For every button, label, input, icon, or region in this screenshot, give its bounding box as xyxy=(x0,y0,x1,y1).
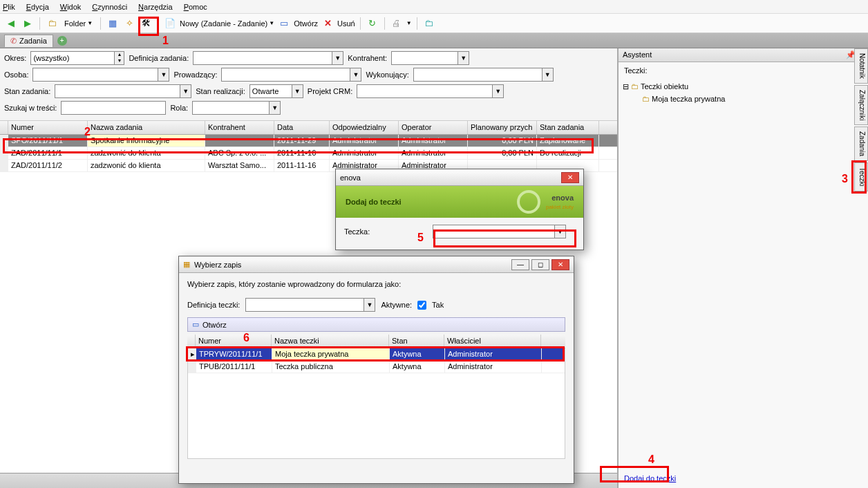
dlg-pick-max[interactable]: ◻ xyxy=(531,259,549,270)
osoba-input[interactable]: ▼ xyxy=(32,68,169,82)
label-szukaj: Szukaj w treści: xyxy=(4,104,57,112)
open-icon[interactable]: ▭ xyxy=(192,320,199,329)
dlg-pick-close[interactable]: ✕ xyxy=(551,259,569,270)
col-numer[interactable]: Numer xyxy=(8,121,88,134)
stanz-input[interactable]: ▼ xyxy=(55,84,191,98)
folder2-icon[interactable]: 🗀 xyxy=(422,17,436,30)
print-icon[interactable]: 🖨 xyxy=(390,17,404,30)
label-wyk: Wykonujący: xyxy=(366,71,408,79)
col-nazwa[interactable]: Nazwa zadania xyxy=(88,121,205,134)
stanr-input[interactable]: ▼ xyxy=(249,84,303,98)
teczka-label: Teczka: xyxy=(344,227,427,236)
add-tab-icon[interactable]: + xyxy=(57,36,67,46)
teczki-label: Teczki: xyxy=(619,62,868,76)
defz-input[interactable]: ▼ xyxy=(193,51,343,65)
folder-icon: 🗀 xyxy=(631,80,639,93)
menu-edycja[interactable]: Edycja xyxy=(26,3,49,11)
col-odp[interactable]: Odpowiedzialny xyxy=(330,121,399,134)
forward-icon[interactable]: ▶ xyxy=(21,17,35,30)
label-okres: Okres: xyxy=(4,54,26,62)
label-prow: Prowadzący: xyxy=(173,71,217,79)
toolbar: ◀ ▶ 🗀 Folder▼ ▦ ✧ 🛠 📄 Nowy (Zadanie - Za… xyxy=(0,14,868,33)
asystent-title: Asystent xyxy=(623,50,652,59)
col-op[interactable]: Operator xyxy=(399,121,468,134)
label-rola: Rola: xyxy=(170,104,188,112)
rola-input[interactable]: ▼ xyxy=(192,101,281,115)
refresh-icon[interactable]: ↻ xyxy=(366,17,379,30)
folder-button[interactable]: Folder▼ xyxy=(62,19,95,28)
col-data[interactable]: Data xyxy=(274,121,330,134)
dlg-pick-title: Wybierz zapis xyxy=(194,261,241,269)
def-teczki-input[interactable]: ▼ xyxy=(245,298,375,312)
dlg-pick-otworz[interactable]: Otwórz xyxy=(202,321,227,329)
col-plan[interactable]: Planowany przych xyxy=(468,121,537,134)
aktywne-text: Tak xyxy=(432,301,444,309)
tree-child[interactable]: 🗀 Moja teczka prywatna xyxy=(642,93,864,105)
filters-panel: Okres: ▲▼ Definicja zadania: ▼ Kontrahen… xyxy=(0,48,617,121)
dialog-dodaj: enova ✕ Dodaj do teczki enovapakiet złot… xyxy=(335,169,584,250)
back-icon[interactable]: ◀ xyxy=(4,17,18,30)
okres-input[interactable]: ▲▼ xyxy=(30,51,124,65)
teczki-tree: ⊟ 🗀 Teczki obiektu 🗀 Moja teczka prywatn… xyxy=(619,76,868,469)
tools-icon[interactable]: 🛠 xyxy=(139,17,153,30)
play-icon xyxy=(517,190,540,214)
label-stanz: Stan zadania: xyxy=(4,87,50,95)
col-stan[interactable]: Stan zadania xyxy=(537,121,599,134)
delete-icon[interactable]: ✕ xyxy=(321,17,334,30)
open-icon[interactable]: ▭ xyxy=(277,17,291,30)
grid-header: Numer Nazwa zadania Kontrahent Data Odpo… xyxy=(0,121,617,135)
col-kontr[interactable]: Kontrahent xyxy=(205,121,274,134)
collapse-icon[interactable]: ⊟ xyxy=(623,80,629,93)
dialog-wybierz: ▦ Wybierz zapis — ◻ ✕ Wybierz zapis, któ… xyxy=(178,256,574,484)
folder-icon: 🗀 xyxy=(642,93,650,105)
side-tab-zalaczniki[interactable]: Załączniki xyxy=(854,85,868,125)
folder-open-icon[interactable]: 🗀 xyxy=(45,17,59,30)
dlg-pick-instr: Wybierz zapis, który zostanie wprowadzon… xyxy=(187,280,565,288)
pcol-nazwa[interactable]: Nazwa teczki xyxy=(272,335,389,348)
menu-plik[interactable]: Plik xyxy=(3,3,15,11)
kontr-input[interactable]: ▼ xyxy=(391,51,469,65)
table-row[interactable]: TPUB/2011/11/1 Teczka publiczna AktywnaA… xyxy=(188,361,565,373)
menu-czynnosci[interactable]: Czynności xyxy=(92,3,127,11)
asystent-panel: Asystent 📌 ✕ Teczki: ⊟ 🗀 Teczki obiektu … xyxy=(618,48,868,488)
def-teczki-label: Definicja teczki: xyxy=(187,301,240,309)
dodaj-do-teczki-link[interactable]: Dodaj do teczki xyxy=(624,474,676,482)
open-button[interactable]: Otwórz xyxy=(294,19,318,28)
aktywne-checkbox[interactable] xyxy=(417,301,426,310)
proj-input[interactable]: ▼ xyxy=(357,84,504,98)
new-icon[interactable]: 📄 xyxy=(163,17,177,30)
dlg-add-close[interactable]: ✕ xyxy=(561,172,579,183)
side-tab-notatnik[interactable]: Notatnik xyxy=(854,48,868,84)
new-button[interactable]: Nowy (Zadanie - Zadanie)▼ xyxy=(180,19,274,28)
label-stanr: Stan realizacji: xyxy=(196,87,245,95)
side-tab-teczki[interactable]: Teczki xyxy=(854,162,868,191)
menu-narzedzia[interactable]: Narzędzia xyxy=(138,3,173,11)
side-tab-zadania[interactable]: Zadania xyxy=(854,126,868,161)
teczka-input[interactable]: ▼ xyxy=(433,225,566,238)
panel-icon[interactable]: ▦ xyxy=(106,17,120,30)
table-row[interactable]: ▸ TPRYW/2011/11/1 Moja teczka prywatna A… xyxy=(188,348,565,361)
tab-zadania[interactable]: ✆ Zadania xyxy=(4,35,53,47)
table-row[interactable]: ZAD/2011/11/1zadzwonić do klientaABC Sp.… xyxy=(0,147,617,160)
dlg-add-caption: Dodaj do teczki xyxy=(346,198,402,206)
menu-widok[interactable]: Widok xyxy=(60,3,82,11)
label-proj: Projekt CRM: xyxy=(308,87,352,95)
pcol-stan[interactable]: Stan xyxy=(389,335,444,348)
app-icon: ▦ xyxy=(183,260,190,269)
dlg-pick-min[interactable]: — xyxy=(511,259,529,270)
pcol-wl[interactable]: Właściciel xyxy=(444,335,541,348)
label-defz: Definicja zadania: xyxy=(129,54,189,62)
prow-input[interactable]: ▼ xyxy=(221,68,361,82)
menu-pomoc[interactable]: Pomoc xyxy=(184,3,207,11)
dlg-add-title: enova xyxy=(340,173,361,182)
label-kontr: Kontrahent: xyxy=(348,54,387,62)
pcol-numer[interactable]: Numer xyxy=(196,335,272,348)
sparkle-icon[interactable]: ✧ xyxy=(122,17,136,30)
side-tabs: Notatnik Załączniki Zadania Teczki xyxy=(854,48,868,193)
wyk-input[interactable]: ▼ xyxy=(413,68,554,82)
phone-icon: ✆ xyxy=(10,37,17,46)
table-row[interactable]: ▸ SPO/2011/11/1Spotkanie informacyjne 20… xyxy=(0,135,617,147)
szukaj-input[interactable] xyxy=(61,101,166,115)
delete-button[interactable]: Usuń xyxy=(337,19,355,28)
tree-root[interactable]: ⊟ 🗀 Teczki obiektu xyxy=(623,80,864,93)
